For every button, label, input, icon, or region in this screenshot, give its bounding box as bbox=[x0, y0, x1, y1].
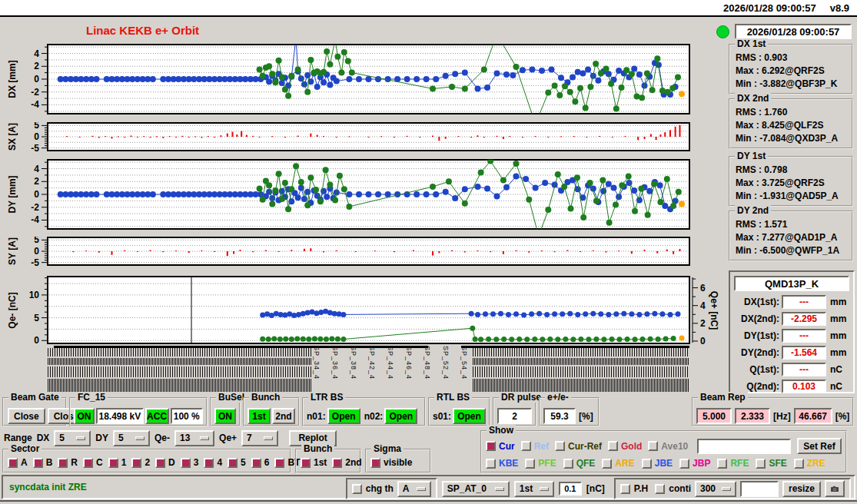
show-item-ref: Ref bbox=[521, 441, 549, 452]
bunch-2nd-button[interactable]: 2nd bbox=[272, 408, 295, 424]
ph-checkbox[interactable] bbox=[620, 484, 630, 494]
sector-checkbox-r[interactable] bbox=[58, 458, 68, 468]
bunch-select-checkbox-2nd[interactable] bbox=[332, 458, 342, 468]
show-checkbox-qfe[interactable] bbox=[563, 459, 573, 469]
show-checkbox-cur-ref[interactable] bbox=[555, 441, 565, 451]
extra-input[interactable] bbox=[740, 481, 779, 497]
fc15-on-button[interactable]: ON bbox=[74, 408, 95, 424]
fc15-kv-value[interactable]: 18.498 kV bbox=[96, 408, 144, 424]
rtl-s01-open-button[interactable]: Open bbox=[453, 408, 486, 424]
bpm-label-sp_42_4: SP_42_4 bbox=[368, 346, 376, 380]
show-checkbox-pfe[interactable] bbox=[525, 459, 535, 469]
sector-item-3: 3 bbox=[181, 457, 199, 468]
ratio-group: e+/e- 59.3 [%] bbox=[539, 397, 600, 426]
sector-checkbox-c[interactable] bbox=[83, 458, 93, 468]
bunch-1st-button[interactable]: 1st bbox=[247, 408, 271, 424]
sector-checkbox-5[interactable] bbox=[228, 458, 238, 468]
fc15-percent-value[interactable]: 100 % bbox=[171, 408, 203, 424]
fc15-acc-button[interactable]: ACC bbox=[145, 408, 169, 424]
chg-th-checkbox[interactable] bbox=[352, 484, 362, 494]
sp-at-menu[interactable]: SP_AT_0 bbox=[442, 481, 510, 497]
rtl-bs-group: RTL BS s01: Open bbox=[428, 397, 490, 426]
sector-checkbox-d[interactable] bbox=[155, 458, 165, 468]
sector-checkbox-b[interactable] bbox=[33, 458, 43, 468]
ratio-value[interactable]: 59.3 bbox=[543, 408, 576, 424]
status-message: syncdata init ZRE bbox=[9, 482, 87, 492]
range-qe-plus-menu[interactable]: 7 bbox=[241, 430, 278, 446]
sigma-checkbox-visible[interactable] bbox=[370, 458, 380, 468]
menu-indicator-icon bbox=[495, 487, 504, 491]
show-checkbox-zre[interactable] bbox=[794, 459, 804, 469]
monitor-name[interactable]: QMD13P_K bbox=[734, 276, 849, 291]
set-ref-button[interactable]: Set Ref bbox=[797, 438, 842, 454]
right-axis-label-qe: Qe+ [nC] bbox=[709, 290, 719, 329]
bunch-select-checkbox-1st[interactable] bbox=[301, 458, 311, 468]
monitor-row-label: Q(2nd): bbox=[732, 381, 779, 392]
sector-checkbox-1[interactable] bbox=[108, 458, 118, 468]
range-qe-minus-menu[interactable]: 13 bbox=[174, 430, 214, 446]
monitor-row: Q(2nd):0.103nC bbox=[732, 380, 853, 393]
show-label: ARE bbox=[615, 458, 634, 469]
screenshot-button[interactable] bbox=[825, 480, 845, 497]
monitor-row-value: --- bbox=[782, 363, 826, 376]
sector-checkbox-a[interactable] bbox=[8, 458, 18, 468]
show-item-cur: Cur bbox=[486, 441, 515, 452]
show-label: Cur-Ref bbox=[568, 441, 602, 452]
show-checkbox-kbe[interactable] bbox=[486, 459, 496, 469]
svg-text:5: 5 bbox=[34, 313, 39, 323]
show-item-rfe: RFE bbox=[717, 458, 749, 469]
resize-button[interactable]: resize bbox=[782, 481, 821, 497]
charge-threshold-input[interactable]: 0.1 bbox=[559, 482, 582, 496]
ltr-n01-open-button[interactable]: Open bbox=[327, 408, 360, 424]
busel-on-button[interactable]: ON bbox=[214, 408, 236, 424]
monitor-row-label: Q(1st): bbox=[732, 364, 779, 375]
show-checkbox-ave10[interactable] bbox=[648, 441, 658, 451]
show-checkbox-cur[interactable] bbox=[486, 441, 496, 451]
menu-indicator-icon bbox=[540, 487, 549, 491]
bpm-label-sp_36_4: SP_36_4 bbox=[331, 346, 339, 380]
menu-indicator-icon bbox=[264, 436, 273, 440]
show-checkbox-jbp[interactable] bbox=[679, 459, 689, 469]
sector-label: C bbox=[96, 457, 103, 468]
show-checkbox-ref[interactable] bbox=[521, 441, 531, 451]
show-checkbox-are[interactable] bbox=[602, 459, 612, 469]
beam-gate-close-button-1[interactable]: Close bbox=[8, 408, 45, 424]
chart-sx: 50-5 bbox=[23, 122, 719, 151]
range-dx-menu[interactable]: 5 bbox=[54, 430, 91, 446]
dr-pulse-value[interactable]: 2 bbox=[497, 408, 532, 424]
bpm-label-sp_44_4: SP_44_4 bbox=[387, 346, 394, 380]
sector-checkbox-4[interactable] bbox=[204, 458, 214, 468]
bpm-label-texture-row bbox=[473, 366, 689, 377]
bunch-1st-menu[interactable]: 1st bbox=[514, 481, 554, 497]
stat-row: Min : -6.500@QWFP_1A bbox=[730, 244, 852, 257]
conti-checkbox[interactable] bbox=[655, 484, 665, 494]
mode-a-menu[interactable]: A bbox=[397, 481, 431, 497]
sector-checkbox-3[interactable] bbox=[181, 458, 191, 468]
ltr-n02-open-button[interactable]: Open bbox=[384, 408, 417, 424]
sector-checkbox-6[interactable] bbox=[251, 458, 261, 468]
show-checkbox-gold[interactable] bbox=[608, 441, 618, 451]
chart-sy: 50-5 bbox=[23, 237, 719, 266]
show-item-kbe: KBE bbox=[486, 458, 518, 469]
window-bottom-divider bbox=[0, 500, 857, 502]
show-checkbox-sfe[interactable] bbox=[756, 459, 766, 469]
chart-qe: 10506420 bbox=[23, 276, 719, 344]
sector-item-6: 6 bbox=[251, 457, 270, 468]
y-axis-label-qe: Qe- [nC] bbox=[7, 292, 18, 328]
monitor-row: Q(1st):---nC bbox=[732, 363, 853, 376]
ref-name-input[interactable] bbox=[697, 439, 791, 454]
show-checkbox-rfe[interactable] bbox=[717, 459, 727, 469]
stat-row: RMS : 1.760 bbox=[730, 106, 852, 119]
sector-checkbox-bt[interactable] bbox=[274, 458, 284, 468]
charge-unit-label: [nC] bbox=[586, 483, 605, 494]
sector-checkbox-2[interactable] bbox=[131, 458, 141, 468]
interval-menu[interactable]: 300 bbox=[695, 481, 736, 497]
show-checkbox-jbe[interactable] bbox=[642, 459, 652, 469]
monitor-row-unit: nC bbox=[830, 364, 842, 375]
svg-text:-4: -4 bbox=[31, 214, 39, 225]
stat-panel-dy-2nd: DY 2ndRMS : 1.571Max : 7.277@QAD1P_AMin … bbox=[729, 211, 853, 261]
bpm-label-sp_46_4: SP_46_4 bbox=[405, 346, 413, 380]
range-dy-menu[interactable]: 5 bbox=[113, 430, 150, 446]
chg-th-label: chg th bbox=[366, 483, 394, 494]
stat-panel-dx-2nd: DX 2ndRMS : 1.760Max : 8.425@QLF2SMin : … bbox=[729, 98, 853, 149]
